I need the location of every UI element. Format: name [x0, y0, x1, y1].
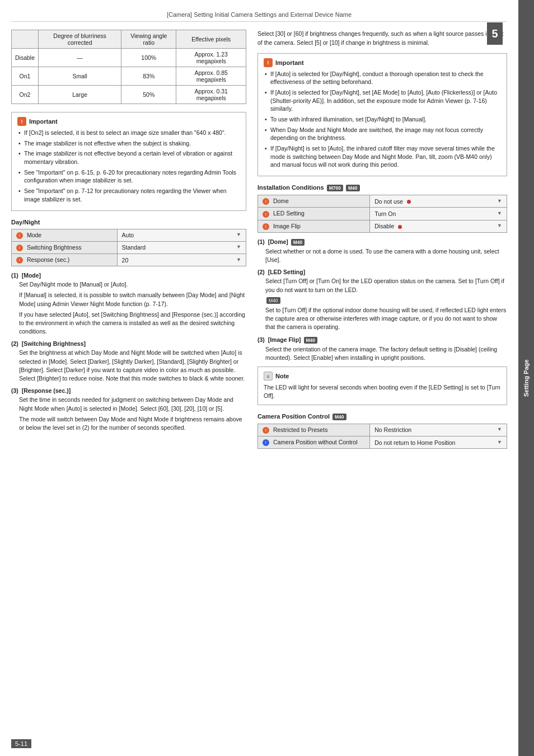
- daynight-section-1: (1) [Mode] Set Day/Night mode to [Manual…: [11, 272, 246, 336]
- setting-icon-led: i: [263, 211, 269, 218]
- setting-icon-brightness: i: [16, 245, 23, 251]
- section-para: Select the orientation of the camera ima…: [257, 345, 507, 362]
- list-item: If [Auto] is selected for [Day/Night], s…: [264, 88, 501, 113]
- daynight-heading: Day/Night: [11, 219, 246, 226]
- setting-value-mode: Auto ▼: [117, 229, 246, 241]
- note-text: The LED will light for several seconds w…: [264, 383, 501, 400]
- list-item: The image stabilizer is not effective be…: [17, 149, 240, 166]
- right-column: Select [30] or [60] if brightness change…: [257, 30, 507, 454]
- list-item: If [Day/Night] is set to [Auto], the inf…: [264, 144, 501, 169]
- section-para: The mode will switch between Day Mode an…: [11, 415, 246, 432]
- note-icon: ≡: [264, 372, 273, 381]
- setting-label: i Camera Position without Control: [258, 436, 370, 449]
- table-row: Disable — 100% Approx. 1.23 megapixels: [12, 49, 246, 67]
- table-row: i Restricted to Presets No Restriction ▼: [258, 424, 507, 436]
- important-title-2: ! Important: [264, 58, 501, 67]
- row-effective: Approx. 0.31 megapixels: [176, 86, 246, 104]
- header-text: [Camera] Setting Initial Camera Settings…: [167, 11, 352, 18]
- row-viewing: 83%: [121, 67, 176, 86]
- main-content: [Camera] Setting Initial Camera Settings…: [0, 0, 518, 756]
- setting-value-dome: Do not use ▼: [370, 195, 507, 208]
- model-tag-m40-sub: M40: [266, 297, 280, 304]
- dropdown-arrow: ▼: [236, 232, 241, 237]
- daynight-settings-table: i Mode Auto ▼ i Switching Brightne: [11, 229, 246, 267]
- list-item: See "Important" on p. 6-15, p. 6-20 for …: [17, 168, 240, 185]
- section-para: Set Day/Night mode to [Manual] or [Auto]…: [11, 280, 246, 289]
- setting-label: i LED Setting: [258, 208, 370, 220]
- table-row: i Camera Position without Control Do not…: [258, 436, 507, 449]
- section-num-title: (2) [LED Setting]: [257, 269, 507, 275]
- dropdown-arrow: ▼: [497, 198, 502, 204]
- row-label: On1: [12, 67, 39, 86]
- daynight-section-2: (2) [Switching Brightness] Set the brigh…: [11, 340, 246, 383]
- dropdown-arrow: ▼: [497, 223, 502, 228]
- list-item: To use with infrared illumination, set […: [264, 115, 501, 124]
- col-header-effective: Effective pixels: [176, 30, 246, 49]
- install-conditions-table: i Dome Do not use ▼ i: [257, 195, 507, 233]
- table-row: i Response (sec.) 20 ▼: [12, 253, 246, 266]
- section-para: Set the time in seconds needed for judgm…: [11, 396, 246, 412]
- row-label: Disable: [12, 49, 39, 67]
- install-conditions-heading: Installation Conditions M700 M40: [257, 184, 507, 191]
- setting-label: i Dome: [258, 195, 370, 208]
- row-effective: Approx. 1.23 megapixels: [176, 49, 246, 67]
- setting-value-homepos: Do not return to Home Position ▼: [370, 436, 507, 449]
- section-num-title: (3) [Image Flip] M40: [257, 336, 507, 344]
- install-section-3: (3) [Image Flip] M40 Select the orientat…: [257, 336, 507, 363]
- note-title: ≡ Note: [264, 372, 501, 381]
- model-tag-m40: M40: [304, 337, 318, 344]
- camera-pos-heading: Camera Position Control M40: [257, 413, 507, 420]
- setting-icon-imageflip: i: [263, 223, 269, 230]
- required-dot: [398, 225, 402, 229]
- setting-icon-dome: i: [263, 198, 269, 205]
- row-viewing: 100%: [121, 49, 176, 67]
- table-row: On2 Large 50% Approx. 0.31 megapixels: [12, 86, 246, 104]
- table-row: i Switching Brightness Standard ▼: [12, 241, 246, 253]
- setting-value-imageflip: Disable ▼: [370, 220, 507, 232]
- table-row: i LED Setting Turn On ▼: [258, 208, 507, 220]
- important-box-2: ! Important If [Auto] is selected for [D…: [257, 53, 507, 177]
- setting-label: i Mode: [12, 229, 118, 241]
- setting-value-restricted: No Restriction ▼: [370, 424, 507, 436]
- left-column: Degree of blurriness corrected Viewing a…: [11, 30, 246, 454]
- col-header-empty: [12, 30, 39, 49]
- install-section-2: (2) [LED Setting] Select [Turn Off] or […: [257, 269, 507, 331]
- important-title-1: ! Important: [17, 117, 240, 126]
- row-blurriness: Small: [39, 67, 121, 86]
- setting-value-led: Turn On ▼: [370, 208, 507, 220]
- row-effective: Approx. 0.85 megapixels: [176, 67, 246, 86]
- section-para: If [Manual] is selected, it is possible …: [11, 291, 246, 308]
- important-box-1: ! Important If [On2] is selected, it is …: [11, 112, 246, 211]
- row-blurriness: Large: [39, 86, 121, 104]
- setting-value-response: 20 ▼: [117, 253, 246, 266]
- row-viewing: 50%: [121, 86, 176, 104]
- col-header-blurriness: Degree of blurriness corrected: [39, 30, 121, 49]
- important-icon-1: !: [17, 117, 26, 126]
- important-list-1: If [On2] is selected, it is best to sele…: [17, 129, 240, 204]
- model-tag-m700: M700: [327, 185, 343, 191]
- setting-label: i Response (sec.): [12, 253, 118, 266]
- install-section-1: (1) [Dome] M40 Select whether or not a d…: [257, 238, 507, 265]
- setting-icon-response: i: [16, 257, 23, 264]
- section-para: Select whether or not a dome is used. To…: [257, 247, 507, 264]
- important-icon-2: !: [264, 58, 273, 67]
- setting-label: i Restricted to Presets: [258, 424, 370, 436]
- blurriness-table: Degree of blurriness corrected Viewing a…: [11, 30, 246, 104]
- important-list-2: If [Auto] is selected for [Day/Night], c…: [264, 70, 501, 170]
- list-item: See "Important" on p. 7-12 for precautio…: [17, 187, 240, 203]
- setting-icon-restricted: i: [263, 427, 269, 434]
- right-body-para: Select [30] or [60] if brightness change…: [257, 30, 507, 48]
- row-blurriness: —: [39, 49, 121, 67]
- section-num-title: (2) [Switching Brightness]: [11, 340, 246, 347]
- daynight-section-3: (3) [Response (sec.)] Set the time in se…: [11, 387, 246, 432]
- list-item: If [Auto] is selected for [Day/Night], c…: [264, 70, 501, 86]
- dropdown-arrow: ▼: [236, 257, 241, 262]
- setting-label: i Image Flip: [258, 220, 370, 232]
- section-para: Select [Turn Off] or [Turn On] for the L…: [257, 277, 507, 294]
- two-col-layout: Degree of blurriness corrected Viewing a…: [11, 30, 507, 454]
- dropdown-arrow: ▼: [497, 210, 502, 216]
- section-para: If you have selected [Auto], set [Switch…: [11, 311, 246, 336]
- list-item: When Day Mode and Night Mode are switche…: [264, 126, 501, 142]
- section-num-title: (3) [Response (sec.)]: [11, 387, 246, 394]
- page-container: [Camera] Setting Initial Camera Settings…: [0, 0, 534, 756]
